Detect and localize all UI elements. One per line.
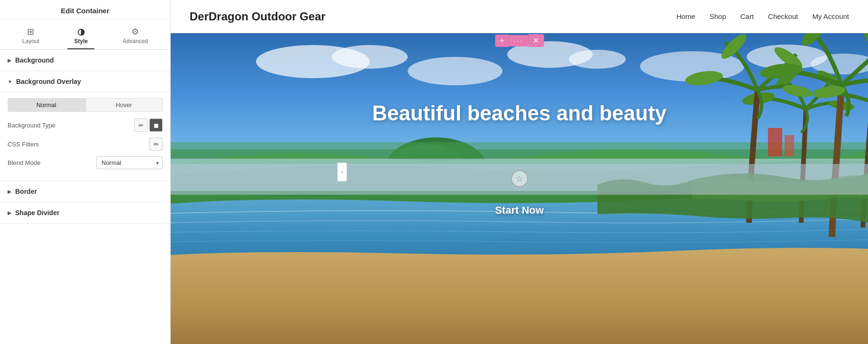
site-nav: DerDragon Outdoor Gear Home Shop Cart Ch… — [171, 0, 868, 33]
blend-mode-label: Blend Mode — [8, 159, 40, 166]
svg-point-3 — [408, 57, 503, 85]
border-label: Border — [15, 188, 37, 195]
border-section-header[interactable]: ▶ Border — [0, 181, 170, 202]
svg-point-5 — [569, 50, 626, 69]
tab-style-label: Style — [74, 38, 88, 45]
blend-mode-select-wrapper: Normal Multiply Screen Overlay Darken Li… — [96, 156, 163, 169]
shape-divider-arrow: ▶ — [8, 210, 11, 216]
tabs-row: ⊞ Layout ◑ Style ⚙ Advanced — [0, 20, 170, 50]
nav-shop[interactable]: Shop — [710, 12, 726, 20]
background-overlay-label: Background Overlay — [16, 78, 81, 85]
toggle-hover[interactable]: Hover — [85, 98, 163, 112]
collapse-panel-button[interactable]: ‹ — [338, 163, 347, 181]
layout-icon: ⊞ — [27, 27, 34, 36]
tab-layout-label: Layout — [22, 38, 39, 45]
container-controls: + ··· ✕ — [495, 34, 544, 47]
border-arrow: ▶ — [8, 189, 11, 194]
advanced-icon: ⚙ — [131, 27, 139, 36]
svg-point-2 — [332, 45, 408, 69]
svg-rect-29 — [785, 135, 794, 156]
background-type-label: Background Type — [8, 122, 55, 129]
container-close-button[interactable]: ✕ — [528, 34, 544, 47]
css-filters-row: CSS Filters ✏ — [8, 137, 163, 151]
background-overlay-section-header[interactable]: ▼ Background Overlay — [0, 71, 170, 92]
hero-title: Beautiful beaches and beauty — [171, 101, 868, 125]
blend-mode-select[interactable]: Normal Multiply Screen Overlay Darken Li… — [96, 156, 163, 169]
blend-mode-row: Blend Mode Normal Multiply Screen Overla… — [8, 156, 163, 169]
tab-layout[interactable]: ⊞ Layout — [16, 25, 46, 49]
left-panel: Edit Container ⊞ Layout ◑ Style ⚙ Advanc… — [0, 0, 171, 344]
site-logo: DerDragon Outdoor Gear — [190, 10, 326, 23]
nav-checkout[interactable]: Checkout — [768, 12, 798, 20]
container-drag-handle[interactable]: ··· — [509, 35, 528, 46]
background-type-pen-btn[interactable]: ✏ — [134, 118, 147, 132]
nav-home[interactable]: Home — [676, 12, 695, 20]
panel-title: Edit Container — [0, 0, 170, 20]
background-type-row: Background Type ✏ ◼ — [8, 118, 163, 132]
start-now-button[interactable]: Start Now — [495, 204, 544, 217]
right-content: DerDragon Outdoor Gear Home Shop Cart Ch… — [171, 0, 868, 344]
toggle-normal[interactable]: Normal — [8, 98, 85, 112]
shape-divider-section-header[interactable]: ▶ Shape Divider — [0, 202, 170, 224]
tab-style[interactable]: ◑ Style — [67, 25, 94, 49]
state-toggle-group: Normal Hover — [8, 98, 163, 112]
background-overlay-content: Normal Hover Background Type ✏ ◼ CSS Fil… — [0, 92, 170, 181]
hero-section: + ··· ✕ Beautiful beaches and beauty ☆ S… — [171, 33, 868, 344]
css-filters-label: CSS Filters — [8, 141, 39, 148]
css-filters-pen-btn[interactable]: ✏ — [149, 137, 163, 151]
nav-my-account[interactable]: My Account — [812, 12, 849, 20]
tab-advanced[interactable]: ⚙ Advanced — [116, 25, 155, 49]
overlay-settings-icon[interactable]: ☆ — [511, 170, 528, 187]
nav-cart[interactable]: Cart — [740, 12, 754, 20]
background-type-square-btn[interactable]: ◼ — [149, 118, 163, 132]
background-arrow: ▶ — [8, 58, 11, 63]
css-filters-buttons: ✏ — [149, 137, 163, 151]
background-overlay-arrow: ▼ — [8, 79, 12, 84]
background-section-header[interactable]: ▶ Background — [0, 50, 170, 71]
svg-rect-28 — [768, 128, 782, 156]
shape-divider-label: Shape Divider — [15, 209, 59, 217]
background-type-buttons: ✏ ◼ — [134, 118, 163, 132]
nav-links: Home Shop Cart Checkout My Account — [676, 12, 849, 20]
tab-advanced-label: Advanced — [123, 38, 148, 45]
container-add-button[interactable]: + — [495, 35, 509, 47]
style-icon: ◑ — [77, 27, 85, 36]
background-label: Background — [15, 56, 54, 64]
